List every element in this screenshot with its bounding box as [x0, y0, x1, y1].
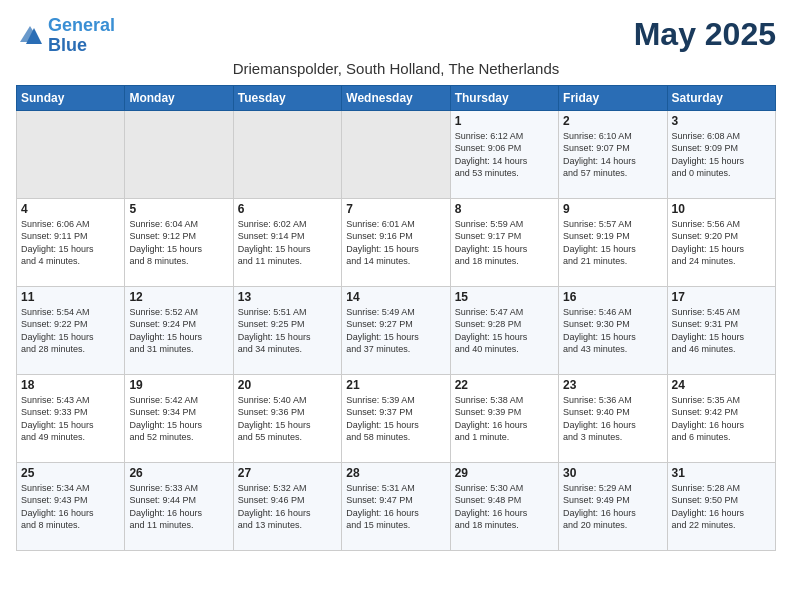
- calendar-cell: 6Sunrise: 6:02 AM Sunset: 9:14 PM Daylig…: [233, 198, 341, 286]
- calendar-cell: 17Sunrise: 5:45 AM Sunset: 9:31 PM Dayli…: [667, 286, 775, 374]
- day-number: 26: [129, 466, 228, 480]
- day-number: 20: [238, 378, 337, 392]
- day-info: Sunrise: 6:01 AM Sunset: 9:16 PM Dayligh…: [346, 218, 445, 268]
- day-info: Sunrise: 5:52 AM Sunset: 9:24 PM Dayligh…: [129, 306, 228, 356]
- day-info: Sunrise: 5:33 AM Sunset: 9:44 PM Dayligh…: [129, 482, 228, 532]
- day-number: 13: [238, 290, 337, 304]
- day-number: 17: [672, 290, 771, 304]
- calendar-week-row: 1Sunrise: 6:12 AM Sunset: 9:06 PM Daylig…: [17, 110, 776, 198]
- day-number: 23: [563, 378, 662, 392]
- weekday-header: Tuesday: [233, 85, 341, 110]
- day-number: 5: [129, 202, 228, 216]
- logo-text: General Blue: [48, 16, 115, 56]
- day-info: Sunrise: 6:02 AM Sunset: 9:14 PM Dayligh…: [238, 218, 337, 268]
- calendar-cell: 25Sunrise: 5:34 AM Sunset: 9:43 PM Dayli…: [17, 462, 125, 550]
- day-info: Sunrise: 5:49 AM Sunset: 9:27 PM Dayligh…: [346, 306, 445, 356]
- weekday-header: Saturday: [667, 85, 775, 110]
- day-info: Sunrise: 5:46 AM Sunset: 9:30 PM Dayligh…: [563, 306, 662, 356]
- calendar-cell: 24Sunrise: 5:35 AM Sunset: 9:42 PM Dayli…: [667, 374, 775, 462]
- logo: General Blue: [16, 16, 115, 56]
- calendar-cell: 9Sunrise: 5:57 AM Sunset: 9:19 PM Daylig…: [559, 198, 667, 286]
- day-number: 4: [21, 202, 120, 216]
- calendar-cell: 30Sunrise: 5:29 AM Sunset: 9:49 PM Dayli…: [559, 462, 667, 550]
- day-info: Sunrise: 5:42 AM Sunset: 9:34 PM Dayligh…: [129, 394, 228, 444]
- day-number: 18: [21, 378, 120, 392]
- calendar-cell: 12Sunrise: 5:52 AM Sunset: 9:24 PM Dayli…: [125, 286, 233, 374]
- location-title: Driemanspolder, South Holland, The Nethe…: [16, 60, 776, 77]
- calendar-cell: 29Sunrise: 5:30 AM Sunset: 9:48 PM Dayli…: [450, 462, 558, 550]
- calendar-cell: 2Sunrise: 6:10 AM Sunset: 9:07 PM Daylig…: [559, 110, 667, 198]
- day-number: 16: [563, 290, 662, 304]
- day-number: 9: [563, 202, 662, 216]
- weekday-header: Thursday: [450, 85, 558, 110]
- day-number: 28: [346, 466, 445, 480]
- logo-icon: [16, 22, 44, 50]
- month-title: May 2025: [634, 16, 776, 53]
- calendar-cell: 10Sunrise: 5:56 AM Sunset: 9:20 PM Dayli…: [667, 198, 775, 286]
- calendar-cell: 22Sunrise: 5:38 AM Sunset: 9:39 PM Dayli…: [450, 374, 558, 462]
- calendar-cell: 21Sunrise: 5:39 AM Sunset: 9:37 PM Dayli…: [342, 374, 450, 462]
- day-number: 3: [672, 114, 771, 128]
- calendar-cell: 18Sunrise: 5:43 AM Sunset: 9:33 PM Dayli…: [17, 374, 125, 462]
- day-info: Sunrise: 5:45 AM Sunset: 9:31 PM Dayligh…: [672, 306, 771, 356]
- calendar-week-row: 25Sunrise: 5:34 AM Sunset: 9:43 PM Dayli…: [17, 462, 776, 550]
- day-number: 12: [129, 290, 228, 304]
- day-info: Sunrise: 5:38 AM Sunset: 9:39 PM Dayligh…: [455, 394, 554, 444]
- day-number: 8: [455, 202, 554, 216]
- day-number: 15: [455, 290, 554, 304]
- day-info: Sunrise: 5:39 AM Sunset: 9:37 PM Dayligh…: [346, 394, 445, 444]
- calendar-cell: 31Sunrise: 5:28 AM Sunset: 9:50 PM Dayli…: [667, 462, 775, 550]
- day-info: Sunrise: 5:54 AM Sunset: 9:22 PM Dayligh…: [21, 306, 120, 356]
- day-info: Sunrise: 5:31 AM Sunset: 9:47 PM Dayligh…: [346, 482, 445, 532]
- day-info: Sunrise: 6:10 AM Sunset: 9:07 PM Dayligh…: [563, 130, 662, 180]
- day-number: 22: [455, 378, 554, 392]
- day-info: Sunrise: 5:29 AM Sunset: 9:49 PM Dayligh…: [563, 482, 662, 532]
- calendar-cell: 27Sunrise: 5:32 AM Sunset: 9:46 PM Dayli…: [233, 462, 341, 550]
- day-number: 6: [238, 202, 337, 216]
- calendar-cell: [233, 110, 341, 198]
- day-number: 10: [672, 202, 771, 216]
- calendar-cell: 26Sunrise: 5:33 AM Sunset: 9:44 PM Dayli…: [125, 462, 233, 550]
- day-number: 31: [672, 466, 771, 480]
- calendar-cell: [17, 110, 125, 198]
- calendar-week-row: 4Sunrise: 6:06 AM Sunset: 9:11 PM Daylig…: [17, 198, 776, 286]
- page-header: General Blue May 2025: [16, 16, 776, 56]
- day-info: Sunrise: 5:47 AM Sunset: 9:28 PM Dayligh…: [455, 306, 554, 356]
- day-info: Sunrise: 6:08 AM Sunset: 9:09 PM Dayligh…: [672, 130, 771, 180]
- calendar-cell: 7Sunrise: 6:01 AM Sunset: 9:16 PM Daylig…: [342, 198, 450, 286]
- calendar-table: SundayMondayTuesdayWednesdayThursdayFrid…: [16, 85, 776, 551]
- calendar-cell: 23Sunrise: 5:36 AM Sunset: 9:40 PM Dayli…: [559, 374, 667, 462]
- calendar-cell: 28Sunrise: 5:31 AM Sunset: 9:47 PM Dayli…: [342, 462, 450, 550]
- calendar-cell: 13Sunrise: 5:51 AM Sunset: 9:25 PM Dayli…: [233, 286, 341, 374]
- calendar-cell: [125, 110, 233, 198]
- weekday-header-row: SundayMondayTuesdayWednesdayThursdayFrid…: [17, 85, 776, 110]
- calendar-cell: 1Sunrise: 6:12 AM Sunset: 9:06 PM Daylig…: [450, 110, 558, 198]
- calendar-cell: 3Sunrise: 6:08 AM Sunset: 9:09 PM Daylig…: [667, 110, 775, 198]
- calendar-cell: 16Sunrise: 5:46 AM Sunset: 9:30 PM Dayli…: [559, 286, 667, 374]
- calendar-cell: 8Sunrise: 5:59 AM Sunset: 9:17 PM Daylig…: [450, 198, 558, 286]
- weekday-header: Monday: [125, 85, 233, 110]
- calendar-cell: 20Sunrise: 5:40 AM Sunset: 9:36 PM Dayli…: [233, 374, 341, 462]
- calendar-cell: 5Sunrise: 6:04 AM Sunset: 9:12 PM Daylig…: [125, 198, 233, 286]
- day-info: Sunrise: 5:43 AM Sunset: 9:33 PM Dayligh…: [21, 394, 120, 444]
- weekday-header: Sunday: [17, 85, 125, 110]
- weekday-header: Wednesday: [342, 85, 450, 110]
- weekday-header: Friday: [559, 85, 667, 110]
- day-number: 24: [672, 378, 771, 392]
- day-info: Sunrise: 5:32 AM Sunset: 9:46 PM Dayligh…: [238, 482, 337, 532]
- day-number: 7: [346, 202, 445, 216]
- day-info: Sunrise: 5:34 AM Sunset: 9:43 PM Dayligh…: [21, 482, 120, 532]
- calendar-week-row: 11Sunrise: 5:54 AM Sunset: 9:22 PM Dayli…: [17, 286, 776, 374]
- calendar-cell: [342, 110, 450, 198]
- day-info: Sunrise: 5:36 AM Sunset: 9:40 PM Dayligh…: [563, 394, 662, 444]
- day-info: Sunrise: 5:40 AM Sunset: 9:36 PM Dayligh…: [238, 394, 337, 444]
- day-number: 1: [455, 114, 554, 128]
- day-number: 2: [563, 114, 662, 128]
- day-info: Sunrise: 6:06 AM Sunset: 9:11 PM Dayligh…: [21, 218, 120, 268]
- calendar-cell: 15Sunrise: 5:47 AM Sunset: 9:28 PM Dayli…: [450, 286, 558, 374]
- day-number: 21: [346, 378, 445, 392]
- day-number: 30: [563, 466, 662, 480]
- calendar-cell: 4Sunrise: 6:06 AM Sunset: 9:11 PM Daylig…: [17, 198, 125, 286]
- day-info: Sunrise: 5:56 AM Sunset: 9:20 PM Dayligh…: [672, 218, 771, 268]
- day-info: Sunrise: 5:35 AM Sunset: 9:42 PM Dayligh…: [672, 394, 771, 444]
